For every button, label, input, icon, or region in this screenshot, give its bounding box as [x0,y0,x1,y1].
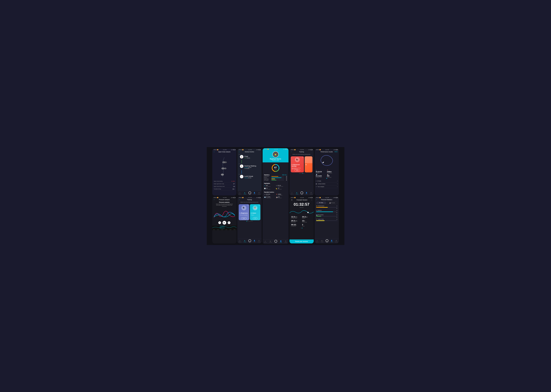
battery-icon [336,197,338,198]
header-bar: ← Personal Statistics [315,198,339,201]
stat-balance: Balance 80 [264,177,287,178]
pressure-icon: ⬆ [264,185,265,186]
turn-analysis-link[interactable]: ↩Turn Analysis › [316,185,338,188]
rewind-button[interactable]: ⏮ [218,221,221,224]
nav-settings[interactable]: ⚙Settings [335,240,338,242]
nav-past-run[interactable]: ≡Past run [291,192,293,195]
off-piste-toggle[interactable]: 🏂 Off piste [327,202,337,204]
nav-past-run[interactable]: ≡Past run [264,240,267,243]
all-stats-link[interactable]: ≡All stats › [316,180,338,182]
stat-upper-body: Upper Body 30 [264,179,287,179]
col-4: VIRGIN 📶 4:21 PM 22% ← Training Select o… [290,149,314,243]
chevron-icon[interactable]: ∨ [337,214,337,215]
battery-icon [259,149,260,150]
section-header: ⚡ Performance ∨ [316,205,337,207]
back-button[interactable]: ← [213,199,215,201]
dot-2 [247,221,248,222]
back-button[interactable]: ← [239,151,240,153]
select-button[interactable]: Sel [253,217,257,219]
nav-settings[interactable]: ⚙Settings [258,240,261,242]
nav-profile[interactable]: 👤Profile [280,240,282,243]
metric-value: 34s › [232,189,235,190]
bottom-nav: ≡Past run ⛷Training Record 👤Profile ⚙Set… [237,239,262,243]
chevron-right-icon: › [337,180,338,182]
status-bar: VIRGIN 📶 4:21 PM 22% [263,148,289,150]
nav-past-run[interactable]: ≡Past run [239,240,241,242]
nav-record[interactable]: Record [326,239,328,243]
nav-settings[interactable]: ⚙Settings [284,240,287,243]
back-button[interactable]: ← [239,199,240,201]
pressure-subtitle: Pressure analysis [214,202,235,203]
nav-settings[interactable]: ⚙Settings [258,192,261,195]
nav-record[interactable]: Record [248,239,251,243]
see-all-button[interactable]: SEE ALL [282,174,287,175]
nav-profile[interactable]: 👤Profile [253,192,255,195]
chevron-icon[interactable]: ∨ [337,210,337,211]
activity-timeline-link[interactable]: ◧Activity timeline › [316,182,338,185]
nav-past-run[interactable]: ≡Past run [239,192,241,195]
metric-value: 234km [278,194,283,195]
back-button[interactable]: ← [213,151,215,153]
wave-area [290,209,314,215]
carrier: VIRGIN [316,149,319,150]
battery-icon [311,149,312,150]
level-card-6[interactable]: 6. [305,156,312,172]
stat-value: 80 [285,177,287,178]
ski-score: 24 [316,217,337,218]
ski-iq-ring: 67 SKI IQ [271,164,280,172]
nav-record[interactable]: Record [300,191,303,195]
status-time: 4:21 PM [300,197,304,198]
stat-value: 30 [285,179,287,179]
info-icon: ⓘ [302,157,303,158]
select-button[interactable]: Select [241,217,247,219]
dot-1 [301,228,301,228]
stat-label: Balance [264,177,271,178]
nav-past-run[interactable]: ≡Past run [316,240,318,242]
done-button[interactable]: Done [335,151,338,152]
metric-label: Angle upper/lower body [214,183,224,184]
chevron-icon[interactable]: ∨ [337,219,337,220]
nav-settings[interactable]: ⚙Settings [310,192,313,195]
level-card-beginners[interactable]: ⓘ ⛷ 1. Beginners Turning Snowplough Sele… [239,204,249,220]
select-button[interactable]: Select [294,169,300,171]
nav-record[interactable]: Record [248,191,251,195]
nav-profile[interactable]: 👤Profile [253,240,255,242]
nav-training[interactable]: ⛷Training [243,240,246,242]
battery-icon [233,197,235,198]
nav-training[interactable]: ⛷Training [296,192,298,195]
nav-training[interactable]: ⛷Training [269,240,272,243]
level-card-advanced[interactable]: ⓘ ⛷ 4. Advanced turning Steep Slopes · C… [291,156,304,172]
fast-forward-button[interactable]: ⏭ [228,221,230,224]
play-button[interactable]: ▶ [223,221,226,224]
piste-toggle[interactable]: ⛷ Piste [316,202,326,204]
carrier: VIRGIN [213,197,217,198]
carrier: VIRGIN [213,149,217,150]
status-bar: VIRGIN 📶 4:21 PM 22% [237,149,262,151]
stat-bar [271,176,284,177]
wifi-icon: 📶 [217,149,218,150]
finish-button[interactable]: Finish your session [290,239,314,243]
stat-ski-position: Ski Position 40 [264,180,287,181]
nav-profile[interactable]: 👤Profile [331,240,333,242]
nav-training[interactable]: ⛷Training [243,192,246,195]
stats-title: Statistics [264,174,269,175]
info-icon: ⓘ [259,205,260,206]
status-right: 22% [283,149,287,150]
level-card-intern[interactable]: ⓘ 🏂 2. Intern Plough p Sel [250,204,260,220]
metric-value: 67° [233,183,235,184]
nav-training[interactable]: ⛷Training [321,240,323,242]
stats-header: Statistics SEE ALL [264,174,287,175]
nav-profile[interactable]: 👤Profile [305,192,308,195]
metrics-grid: ⏱ 01:23:34 Total time 📍 234km Total dist… [264,194,287,198]
chevron-icon[interactable]: ∨ [337,205,337,207]
battery-pct: 22% [333,197,335,198]
stat-distance: 34.3KM Distance [302,216,312,219]
pause-icon[interactable]: ⏸ [291,199,293,201]
back-button[interactable]: ← [316,199,318,201]
time-label: 10:30 [239,154,260,155]
section-header: ⚖ Balance ∨ [316,210,337,211]
carrier: VIRGIN [239,149,242,150]
nav-record[interactable]: Record [275,240,277,243]
back-button[interactable]: ← [291,151,292,153]
settings-icon[interactable]: ○ [311,199,312,201]
